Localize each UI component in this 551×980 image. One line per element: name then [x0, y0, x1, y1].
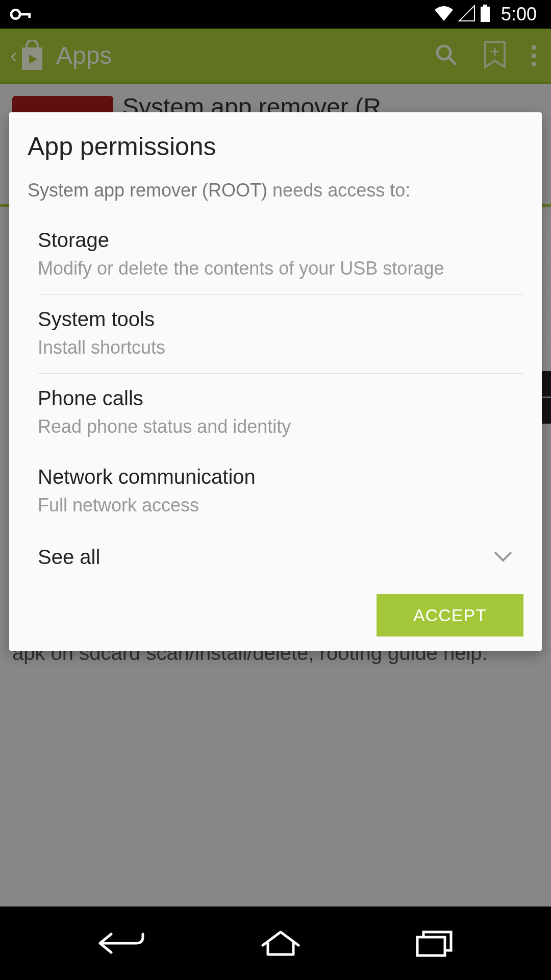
status-left — [10, 9, 32, 20]
svg-rect-4 — [481, 7, 490, 22]
permission-name: Network communication — [38, 465, 523, 488]
svg-rect-3 — [483, 5, 487, 7]
back-nav-icon[interactable] — [96, 928, 147, 959]
dialog-subtitle-suffix: needs access to: — [267, 180, 410, 201]
key-icon — [10, 9, 32, 20]
svg-rect-9 — [417, 937, 445, 955]
accept-button[interactable]: ACCEPT — [377, 594, 523, 636]
see-all-row[interactable]: See all — [38, 531, 523, 578]
permission-item: Network communication Full network acces… — [38, 452, 523, 531]
recents-nav-icon[interactable] — [414, 928, 455, 959]
permission-desc: Read phone status and identity — [38, 415, 523, 439]
status-right-group: 5:00 — [434, 4, 537, 25]
status-time: 5:00 — [501, 4, 537, 25]
dialog-subtitle: System app remover (ROOT) needs access t… — [28, 180, 523, 201]
chevron-down-icon — [493, 550, 513, 565]
svg-rect-2 — [28, 13, 31, 18]
battery-icon — [480, 5, 491, 24]
nav-bar — [0, 906, 551, 980]
permission-name: System tools — [38, 308, 523, 331]
home-nav-icon[interactable] — [258, 928, 304, 959]
status-bar: 5:00 — [0, 0, 551, 29]
permission-desc: Modify or delete the contents of your US… — [38, 257, 523, 281]
svg-point-0 — [11, 10, 20, 18]
permission-name: Phone calls — [38, 387, 523, 410]
permissions-list: Storage Modify or delete the contents of… — [28, 215, 523, 578]
permission-name: Storage — [38, 229, 523, 252]
cellular-icon — [458, 5, 475, 24]
permission-desc: Full network access — [38, 494, 523, 518]
permissions-dialog: App permissions System app remover (ROOT… — [9, 112, 542, 651]
permission-item: System tools Install shortcuts — [38, 295, 523, 374]
dialog-title: App permissions — [28, 132, 523, 161]
permission-item: Phone calls Read phone status and identi… — [38, 374, 523, 453]
wifi-icon — [434, 5, 454, 24]
dialog-actions: ACCEPT — [28, 594, 523, 636]
dialog-app-name: System app remover (ROOT) — [28, 180, 267, 201]
permission-item: Storage Modify or delete the contents of… — [38, 215, 523, 295]
see-all-label: See all — [38, 546, 100, 569]
permission-desc: Install shortcuts — [38, 336, 523, 360]
